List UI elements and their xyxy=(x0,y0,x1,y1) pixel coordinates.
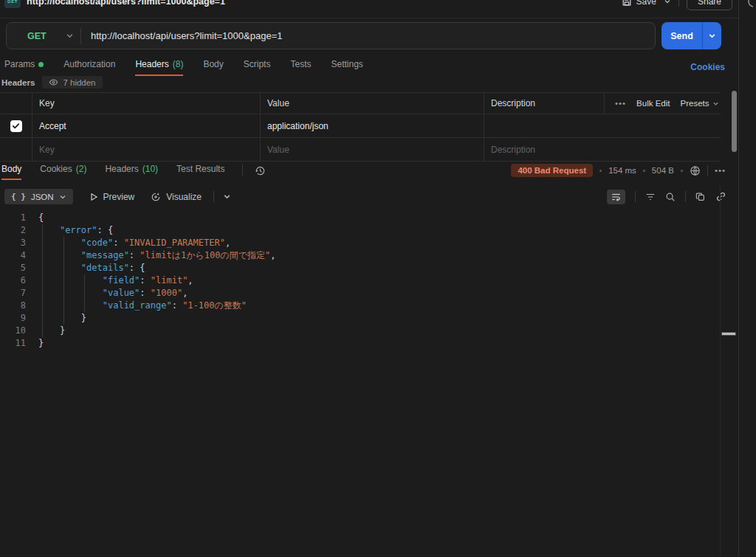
save-icon xyxy=(622,0,632,7)
response-meta: 400 Bad Request 154 ms 504 B ••• xyxy=(511,164,738,177)
url-box: GET http://localhost/api/users?limit=100… xyxy=(6,22,656,49)
request-url-row: GET http://localhost/api/users?limit=100… xyxy=(0,21,739,52)
unsaved-changes-dot xyxy=(38,62,44,67)
status-badge: 400 Bad Request xyxy=(511,164,593,177)
save-button[interactable]: Save xyxy=(622,0,656,7)
code-line-2: 2"error": { xyxy=(0,224,720,237)
url-input[interactable]: http://localhost/api/users?limit=1000&pa… xyxy=(81,30,282,41)
sidebar-partial-icon[interactable] xyxy=(746,0,756,7)
indent-guide xyxy=(84,274,85,312)
filter-icon[interactable] xyxy=(645,192,656,202)
vertical-scrollbar-thumb[interactable] xyxy=(732,91,737,152)
response-tabs-row: BodyCookies(2)Headers(10)Test Results 40… xyxy=(1,164,738,184)
request-tab-params[interactable]: Params xyxy=(4,59,44,75)
line-number: 3 xyxy=(0,237,27,249)
header-row-checkbox[interactable] xyxy=(10,120,22,132)
indent-guide xyxy=(42,224,43,337)
link-icon[interactable] xyxy=(715,191,726,202)
line-content: "code": "INVALID_PARAMETER", xyxy=(27,237,230,249)
value-column-header: Value xyxy=(260,93,484,114)
response-tabs-divider xyxy=(242,165,243,176)
format-selector[interactable]: { } JSON xyxy=(4,189,73,204)
request-tab-body[interactable]: Body xyxy=(203,59,223,75)
format-chevron-icon xyxy=(59,193,66,201)
preview-button[interactable]: Preview xyxy=(89,192,135,202)
visualize-sparkle-icon xyxy=(151,192,161,202)
search-icon[interactable] xyxy=(665,192,676,202)
cookies-link[interactable]: Cookies xyxy=(690,62,725,72)
method-selector[interactable]: GET xyxy=(7,23,80,49)
tab-label: Body xyxy=(1,164,21,174)
response-body-code: 1{2"error": {3"code": "INVALID_PARAMETER… xyxy=(0,212,720,350)
method-label: GET xyxy=(27,31,47,41)
request-titlebar: GET http://localhost/api/users?limit=100… xyxy=(0,0,738,18)
method-chevron-icon xyxy=(66,32,74,40)
response-scrollbar-thumb[interactable] xyxy=(721,332,736,336)
response-time: 154 ms xyxy=(608,166,636,175)
line-content: } xyxy=(27,325,65,337)
tab-count: (10) xyxy=(142,164,158,174)
preview-play-icon xyxy=(89,193,98,201)
tools-divider xyxy=(685,191,686,202)
description-placeholder-cell[interactable]: Description xyxy=(484,138,721,161)
request-tabs: ParamsAuthorizationHeaders(8)BodyScripts… xyxy=(4,59,363,76)
tab-label: Body xyxy=(203,59,223,69)
wrap-text-icon[interactable] xyxy=(607,190,625,204)
tools-divider xyxy=(635,191,636,202)
headers-table: Key Value Description ••• Bulk Edit Pres… xyxy=(0,92,721,162)
hidden-headers-toggle[interactable]: 7 hidden xyxy=(42,76,102,89)
send-options-caret[interactable] xyxy=(703,22,721,49)
indent-guide xyxy=(63,237,64,325)
tab-label: Params xyxy=(4,59,35,69)
response-toolbar: { } JSON Preview Visualize xyxy=(4,187,736,207)
request-tab-headers[interactable]: Headers(8) xyxy=(135,59,183,76)
view-options-chevron[interactable] xyxy=(223,193,231,201)
meta-dot xyxy=(599,170,602,172)
presets-dropdown[interactable]: Presets xyxy=(680,99,719,108)
right-sidebar-rail xyxy=(739,0,756,557)
response-tab-cookies[interactable]: Cookies(2) xyxy=(40,164,86,179)
code-line-9: 9} xyxy=(0,312,720,325)
response-tab-headers[interactable]: Headers(10) xyxy=(105,164,158,179)
line-number: 8 xyxy=(0,300,27,312)
send-button-group: Send xyxy=(662,22,721,49)
code-line-8: 8"valid_range": "1-100の整数" xyxy=(0,300,720,312)
request-tab-authorization[interactable]: Authorization xyxy=(63,59,115,75)
visualize-button[interactable]: Visualize xyxy=(151,192,202,202)
value-placeholder-cell[interactable]: Value xyxy=(260,138,484,161)
line-number: 10 xyxy=(0,325,27,337)
request-tab-settings[interactable]: Settings xyxy=(331,59,362,75)
table-actions: ••• Bulk Edit Presets xyxy=(604,93,721,114)
headers-table-header-row: Key Value Description ••• Bulk Edit Pres… xyxy=(0,93,721,114)
more-options-icon[interactable]: ••• xyxy=(615,99,626,108)
save-options-caret[interactable] xyxy=(664,0,671,5)
headers-section-title: Headers xyxy=(1,78,35,87)
request-tab-scripts[interactable]: Scripts xyxy=(244,59,271,75)
line-content: } xyxy=(27,337,44,350)
copy-icon[interactable] xyxy=(695,192,706,202)
send-button[interactable]: Send xyxy=(662,22,703,49)
meta-dot xyxy=(681,170,683,172)
response-tab-test-results[interactable]: Test Results xyxy=(176,164,224,179)
line-number: 2 xyxy=(0,224,27,237)
response-history-icon[interactable] xyxy=(255,165,266,176)
header-key-cell[interactable]: Accept xyxy=(32,114,260,137)
response-tab-body[interactable]: Body xyxy=(1,164,21,180)
response-more-options[interactable]: ••• xyxy=(715,166,726,175)
network-globe-icon[interactable] xyxy=(690,165,701,176)
tab-label: Headers xyxy=(135,59,168,69)
presets-chevron-icon xyxy=(712,100,719,107)
braces-icon: { } xyxy=(11,192,26,201)
response-body-panel: 1{2"error": {3"code": "INVALID_PARAMETER… xyxy=(0,212,720,557)
share-button[interactable]: Share xyxy=(687,0,732,10)
eye-icon xyxy=(49,77,58,87)
bulk-edit-button[interactable]: Bulk Edit xyxy=(636,99,670,108)
hidden-headers-label: 7 hidden xyxy=(63,78,95,87)
toolbar-divider xyxy=(213,191,214,202)
header-description-cell[interactable] xyxy=(484,114,721,137)
request-tab-tests[interactable]: Tests xyxy=(290,59,311,75)
header-value-cell[interactable]: application/json xyxy=(260,114,484,137)
key-placeholder-cell[interactable]: Key xyxy=(32,138,260,161)
tab-label: Test Results xyxy=(176,164,224,174)
format-label: JSON xyxy=(31,193,54,201)
